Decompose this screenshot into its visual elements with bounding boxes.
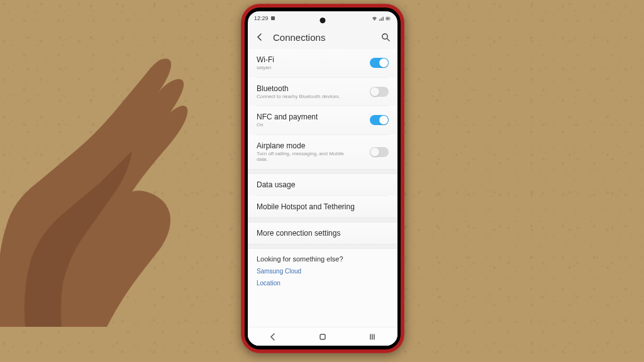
phone-bezel: 12:29 Connections: [245, 8, 401, 349]
page-title: Connections: [273, 32, 372, 43]
item-bluetooth[interactable]: Bluetooth Connect to nearby Bluetooth de…: [248, 78, 397, 106]
signal-icon: [379, 16, 384, 21]
svg-point-4: [382, 33, 387, 38]
svg-line-5: [387, 38, 389, 41]
svg-rect-2: [390, 18, 391, 19]
item-title: More connection settings: [257, 229, 340, 238]
item-title: Bluetooth: [257, 84, 340, 93]
battery-icon: [386, 16, 391, 21]
item-title: Data usage: [257, 180, 295, 189]
screen: 12:29 Connections: [248, 11, 397, 346]
nav-back-icon: [269, 332, 277, 341]
nav-recent[interactable]: [363, 331, 382, 343]
item-subtitle: On: [257, 122, 318, 128]
notification-icon: [270, 16, 275, 21]
item-subtitle: Connect to nearby Bluetooth devices.: [257, 94, 340, 100]
footer-section: Looking for something else? Samsung Clou…: [248, 249, 397, 287]
item-hotspot[interactable]: Mobile Hotspot and Tethering: [248, 196, 397, 217]
wifi-icon: [372, 16, 377, 21]
nav-home[interactable]: [313, 331, 332, 343]
wifi-toggle[interactable]: [370, 58, 389, 68]
nav-back[interactable]: [264, 331, 282, 343]
item-nfc[interactable]: NFC and payment On: [248, 106, 397, 134]
item-title: Wi-Fi: [257, 55, 274, 64]
search-button[interactable]: [380, 31, 391, 43]
airplane-toggle[interactable]: [370, 147, 389, 157]
hand-photo: [0, 25, 189, 327]
item-title: Airplane mode: [257, 141, 351, 150]
item-data-usage[interactable]: Data usage: [248, 174, 397, 195]
chevron-left-icon: [255, 33, 264, 41]
item-title: Mobile Hotspot and Tethering: [257, 202, 355, 211]
svg-rect-0: [271, 16, 275, 20]
header: Connections: [248, 25, 397, 49]
navigation-bar: [248, 327, 397, 346]
front-camera: [320, 18, 326, 23]
item-title: NFC and payment: [257, 112, 318, 121]
item-wifi[interactable]: Wi-Fi saiyan: [248, 49, 397, 77]
footer-title: Looking for something else?: [257, 255, 389, 263]
bluetooth-toggle[interactable]: [370, 87, 389, 97]
link-location[interactable]: Location: [257, 280, 389, 287]
settings-list: Wi-Fi saiyan Bluetooth Connect to nearby…: [248, 49, 397, 327]
item-airplane[interactable]: Airplane mode Turn off calling, messagin…: [248, 135, 397, 169]
phone-frame: 12:29 Connections: [241, 4, 404, 353]
item-subtitle: Turn off calling, messaging, and Mobile …: [257, 151, 351, 163]
status-time: 12:29: [254, 15, 269, 21]
nav-home-icon: [318, 332, 327, 341]
item-subtitle: saiyan: [257, 65, 274, 71]
item-more-settings[interactable]: More connection settings: [248, 222, 397, 244]
back-button[interactable]: [254, 31, 265, 43]
nfc-toggle[interactable]: [370, 115, 389, 125]
svg-rect-3: [387, 18, 389, 19]
nav-recent-icon: [368, 332, 377, 341]
link-samsung-cloud[interactable]: Samsung Cloud: [257, 268, 389, 275]
svg-rect-6: [320, 334, 325, 339]
search-icon: [381, 33, 391, 42]
